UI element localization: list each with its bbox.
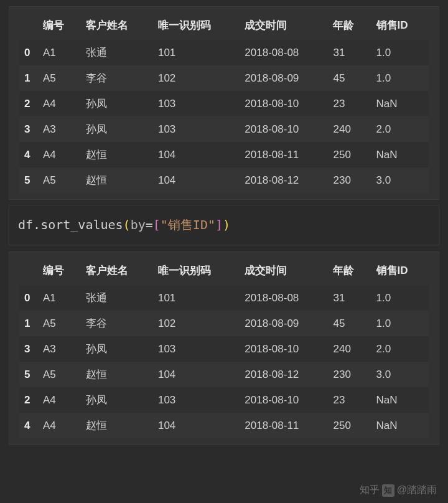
code-string: "销售ID" [161, 217, 215, 232]
table-row: 5A5赵恒1042018-08-122303.0 [19, 362, 429, 387]
idx: 4 [19, 142, 38, 167]
cell-唯一识别码: 102 [153, 65, 240, 91]
cell-销售ID: 3.0 [371, 362, 429, 387]
cell-成交时间: 2018-08-10 [240, 387, 328, 413]
table-header-row: 编号 客户姓名 唯一识别码 成交时间 年龄 销售ID [19, 257, 429, 285]
cell-成交时间: 2018-08-10 [240, 116, 328, 142]
cell-成交时间: 2018-08-08 [240, 40, 328, 65]
col-销售ID: 销售ID [371, 12, 429, 40]
cell-编号: A3 [38, 116, 81, 142]
cell-年龄: 250 [328, 142, 371, 167]
idx: 4 [19, 413, 38, 438]
bracket-close: ] [215, 217, 223, 232]
cell-编号: A5 [38, 167, 81, 193]
cell-编号: A5 [38, 362, 81, 387]
col-index [19, 12, 38, 40]
cell-销售ID: NaN [371, 142, 429, 167]
cell-唯一识别码: 101 [153, 285, 240, 311]
col-编号: 编号 [38, 12, 81, 40]
table-row: 2A4孙凤1032018-08-1023NaN [19, 387, 429, 413]
idx: 3 [19, 336, 38, 362]
cell-销售ID: 1.0 [371, 285, 429, 311]
cell-年龄: 23 [328, 91, 371, 116]
idx: 1 [19, 311, 38, 336]
cell-客户姓名: 赵恒 [81, 362, 153, 387]
cell-销售ID: NaN [371, 387, 429, 413]
cell-客户姓名: 孙凤 [81, 336, 153, 362]
table-1: 编号 客户姓名 唯一识别码 成交时间 年龄 销售ID 0A1张通1012018-… [19, 12, 429, 193]
col-唯一识别码: 唯一识别码 [153, 257, 240, 285]
cell-成交时间: 2018-08-09 [240, 65, 328, 91]
cell-编号: A4 [38, 413, 81, 438]
cell-唯一识别码: 104 [153, 413, 240, 438]
cell-成交时间: 2018-08-12 [240, 167, 328, 193]
table-row: 0A1张通1012018-08-08311.0 [19, 40, 429, 65]
code-kwarg: by [131, 217, 146, 232]
watermark: 知乎 知 @踏踏雨 [360, 484, 437, 497]
cell-成交时间: 2018-08-08 [240, 285, 328, 311]
cell-唯一识别码: 103 [153, 116, 240, 142]
cell-年龄: 45 [328, 311, 371, 336]
cell-编号: A5 [38, 65, 81, 91]
cell-成交时间: 2018-08-09 [240, 311, 328, 336]
col-客户姓名: 客户姓名 [81, 12, 153, 40]
cell-销售ID: 1.0 [371, 40, 429, 65]
idx: 0 [19, 40, 38, 65]
cell-客户姓名: 张通 [81, 40, 153, 65]
cell-成交时间: 2018-08-10 [240, 336, 328, 362]
cell-年龄: 230 [328, 362, 371, 387]
cell-客户姓名: 赵恒 [81, 413, 153, 438]
table-row: 3A3孙凤1032018-08-102402.0 [19, 336, 429, 362]
cell-成交时间: 2018-08-11 [240, 413, 328, 438]
cell-客户姓名: 孙凤 [81, 91, 153, 116]
cell-销售ID: 2.0 [371, 336, 429, 362]
table-2: 编号 客户姓名 唯一识别码 成交时间 年龄 销售ID 0A1张通1012018-… [19, 257, 429, 438]
cell-年龄: 23 [328, 387, 371, 413]
col-编号: 编号 [38, 257, 81, 285]
idx: 5 [19, 167, 38, 193]
table-row: 1A5李谷1022018-08-09451.0 [19, 65, 429, 91]
cell-客户姓名: 李谷 [81, 311, 153, 336]
cell-编号: A3 [38, 336, 81, 362]
cell-年龄: 250 [328, 413, 371, 438]
zhihu-icon: 知 [382, 484, 394, 497]
col-销售ID: 销售ID [371, 257, 429, 285]
cell-客户姓名: 孙凤 [81, 116, 153, 142]
cell-销售ID: NaN [371, 91, 429, 116]
cell-唯一识别码: 102 [153, 311, 240, 336]
table-2-body: 0A1张通1012018-08-08311.01A5李谷1022018-08-0… [19, 285, 429, 438]
cell-客户姓名: 张通 [81, 285, 153, 311]
table-row: 4A4赵恒1042018-08-11250NaN [19, 413, 429, 438]
code-cell: df.sort_values(by=["销售ID"]) [9, 205, 439, 245]
cell-编号: A4 [38, 387, 81, 413]
col-年龄: 年龄 [328, 257, 371, 285]
col-成交时间: 成交时间 [240, 257, 328, 285]
cell-销售ID: 1.0 [371, 65, 429, 91]
col-唯一识别码: 唯一识别码 [153, 12, 240, 40]
paren-open: ( [123, 217, 131, 232]
cell-销售ID: 1.0 [371, 311, 429, 336]
bracket-open: [ [153, 217, 161, 232]
cell-唯一识别码: 104 [153, 362, 240, 387]
cell-年龄: 240 [328, 336, 371, 362]
cell-年龄: 240 [328, 116, 371, 142]
cell-唯一识别码: 104 [153, 167, 240, 193]
idx: 3 [19, 116, 38, 142]
cell-编号: A4 [38, 91, 81, 116]
table-row: 2A4孙凤1032018-08-1023NaN [19, 91, 429, 116]
cell-销售ID: 2.0 [371, 116, 429, 142]
zhihu-brand: 知乎 [360, 484, 380, 497]
table-row: 1A5李谷1022018-08-09451.0 [19, 311, 429, 336]
code-method: sort_values [40, 217, 123, 232]
table-row: 5A5赵恒1042018-08-122303.0 [19, 167, 429, 193]
cell-编号: A1 [38, 285, 81, 311]
cell-客户姓名: 赵恒 [81, 142, 153, 167]
table-row: 0A1张通1012018-08-08311.0 [19, 285, 429, 311]
cell-成交时间: 2018-08-12 [240, 362, 328, 387]
cell-年龄: 31 [328, 40, 371, 65]
cell-编号: A1 [38, 40, 81, 65]
cell-唯一识别码: 104 [153, 142, 240, 167]
table-row: 4A4赵恒1042018-08-11250NaN [19, 142, 429, 167]
cell-客户姓名: 李谷 [81, 65, 153, 91]
cell-年龄: 230 [328, 167, 371, 193]
